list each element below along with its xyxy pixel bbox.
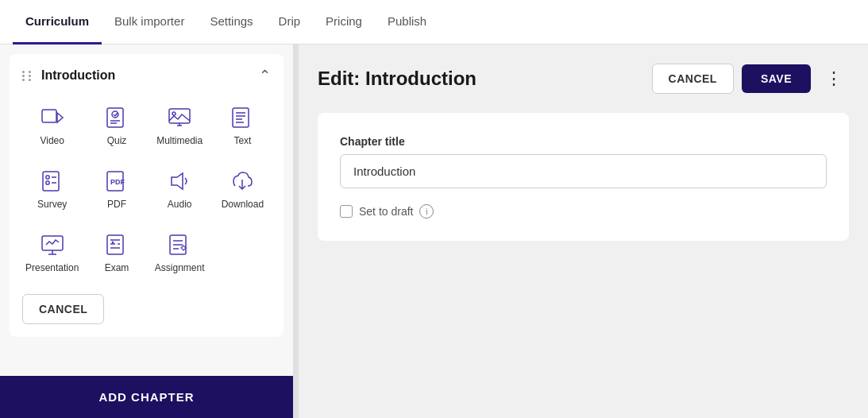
content-type-video[interactable]: Video <box>22 97 82 154</box>
edit-title: Edit: Introduction <box>318 68 652 90</box>
svg-marker-1 <box>57 113 63 122</box>
right-panel: Edit: Introduction CANCEL SAVE ⋮ Chapter… <box>299 45 868 418</box>
content-type-exam[interactable]: Exam <box>88 224 145 281</box>
video-icon <box>38 105 67 130</box>
panel-scroll: Introduction ⌃ Video <box>0 45 293 376</box>
svg-rect-29 <box>107 235 123 254</box>
tab-settings[interactable]: Settings <box>197 0 265 45</box>
quiz-icon <box>102 105 131 130</box>
set-to-draft-label: Set to draft <box>359 205 413 218</box>
svg-rect-0 <box>42 110 56 122</box>
svg-rect-17 <box>43 172 59 191</box>
multimedia-label: Multimedia <box>156 135 203 146</box>
assignment-label: Assignment <box>155 262 205 273</box>
exam-icon <box>102 232 131 257</box>
svg-rect-18 <box>46 176 49 179</box>
content-type-audio[interactable]: Audio <box>152 161 208 218</box>
download-label: Download <box>222 199 264 210</box>
download-icon <box>228 168 257 194</box>
content-type-download[interactable]: Download <box>214 161 271 218</box>
presentation-label: Presentation <box>25 262 79 273</box>
top-navigation: Curriculum Bulk importer Settings Drip P… <box>0 0 868 45</box>
tab-publish[interactable]: Publish <box>375 0 439 45</box>
info-icon[interactable]: i <box>419 204 434 219</box>
svg-text:PDF: PDF <box>110 178 125 186</box>
chapter-section: Introduction ⌃ Video <box>10 54 284 337</box>
tab-curriculum[interactable]: Curriculum <box>13 0 102 45</box>
edit-form-card: Chapter title Set to draft i <box>318 113 849 241</box>
cancel-add-content-button[interactable]: CANCEL <box>22 294 104 324</box>
chapter-title-input[interactable] <box>340 154 827 188</box>
set-to-draft-checkbox[interactable] <box>340 205 353 218</box>
tab-drip[interactable]: Drip <box>266 0 314 45</box>
chapter-title-label: Chapter title <box>340 135 827 148</box>
content-type-pdf[interactable]: PDF PDF <box>88 161 145 218</box>
content-type-multimedia[interactable]: Multimedia <box>152 97 208 154</box>
chapter-header-left: Introduction <box>22 68 115 83</box>
svg-rect-8 <box>169 109 190 123</box>
drag-handle-icon[interactable] <box>22 71 33 81</box>
chapter-title: Introduction <box>41 68 115 83</box>
svg-point-9 <box>172 112 176 115</box>
exam-label: Exam <box>105 262 129 273</box>
content-type-text[interactable]: Text <box>214 97 271 154</box>
content-type-presentation[interactable]: Presentation <box>22 224 82 281</box>
tab-bulk-importer[interactable]: Bulk importer <box>102 0 197 45</box>
more-options-button[interactable]: ⋮ <box>819 65 849 92</box>
content-type-quiz[interactable]: Quiz <box>88 97 145 154</box>
multimedia-icon <box>165 105 194 130</box>
draft-row: Set to draft i <box>340 204 827 219</box>
audio-label: Audio <box>168 199 192 210</box>
text-icon <box>228 105 257 130</box>
text-label: Text <box>233 135 251 146</box>
chapter-header: Introduction ⌃ <box>22 67 271 84</box>
tab-pricing[interactable]: Pricing <box>313 0 375 45</box>
survey-icon <box>38 168 67 194</box>
pdf-label: PDF <box>107 199 126 210</box>
content-type-survey[interactable]: Survey <box>22 161 82 218</box>
survey-label: Survey <box>37 199 67 210</box>
content-type-assignment[interactable]: Assignment <box>152 224 208 281</box>
svg-point-3 <box>112 111 118 118</box>
pdf-icon: PDF <box>102 168 131 194</box>
header-actions: CANCEL SAVE ⋮ <box>652 64 849 94</box>
svg-rect-12 <box>233 108 249 127</box>
assignment-icon <box>165 232 194 257</box>
svg-marker-24 <box>172 173 183 189</box>
svg-line-5 <box>115 113 118 116</box>
quiz-label: Quiz <box>107 135 127 146</box>
svg-rect-20 <box>46 181 49 184</box>
video-label: Video <box>40 135 64 146</box>
add-chapter-button[interactable]: ADD CHAPTER <box>0 376 293 418</box>
save-button[interactable]: SAVE <box>742 64 811 93</box>
collapse-button[interactable]: ⌃ <box>259 67 271 84</box>
left-panel: Introduction ⌃ Video <box>0 45 294 418</box>
cancel-button[interactable]: CANCEL <box>652 64 734 94</box>
edit-header: Edit: Introduction CANCEL SAVE ⋮ <box>318 64 849 94</box>
content-type-grid: Video <box>22 97 271 281</box>
main-layout: Introduction ⌃ Video <box>0 45 868 418</box>
presentation-icon <box>38 232 67 257</box>
audio-icon <box>165 168 194 194</box>
